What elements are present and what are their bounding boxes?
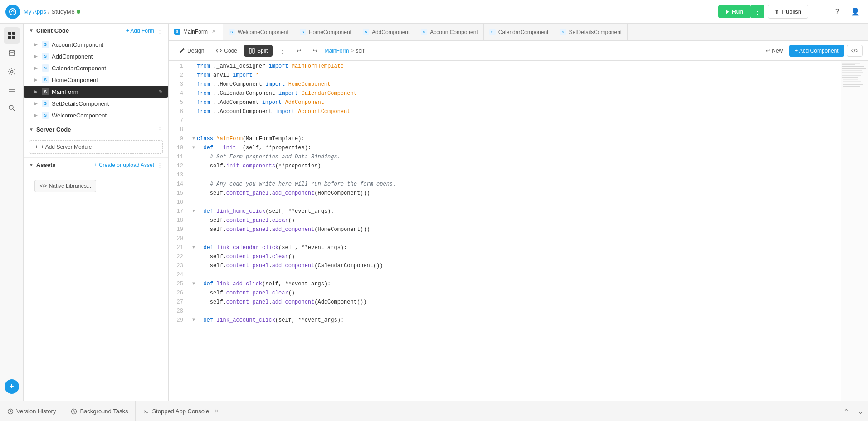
- file-item-calendar[interactable]: ▶ S CalendarComponent: [24, 62, 168, 74]
- file-name: WelcomeComponent: [52, 112, 163, 119]
- sidebar-icon-list[interactable]: [4, 82, 20, 98]
- code-line-21: ▼ def link_calendar_click(self, **event_…: [190, 243, 837, 252]
- tab-icon: S: [229, 29, 235, 35]
- split-button[interactable]: Split: [244, 45, 273, 57]
- sidebar-icon-grid[interactable]: [4, 27, 20, 44]
- fold-button[interactable]: ▼: [190, 134, 197, 143]
- run-button[interactable]: Run: [718, 5, 751, 18]
- add-server-module-label: + Add Server Module: [41, 144, 92, 150]
- assets-header[interactable]: ▼ Assets + Create or upload Asset ⋮: [24, 158, 168, 172]
- code-line-25: ▼ def link_add_click(self, **event_args)…: [190, 279, 837, 289]
- native-libraries-button[interactable]: </> Native Libraries...: [34, 180, 96, 192]
- redo-button[interactable]: ↪: [308, 45, 322, 57]
- add-form-button[interactable]: + Add Form: [126, 28, 154, 34]
- user-avatar[interactable]: 👤: [848, 5, 863, 19]
- console-close-button[interactable]: ✕: [215, 408, 219, 414]
- expand-arrow: ▶: [34, 66, 39, 70]
- svg-point-0: [10, 9, 16, 15]
- more-menu-button[interactable]: ⋮: [274, 45, 290, 57]
- tab-welcome[interactable]: S WelcomeComponent: [223, 24, 294, 41]
- code-editor[interactable]: 1234567891011121314151617181920212223242…: [169, 61, 841, 401]
- design-button[interactable]: Design: [174, 45, 209, 57]
- code-line-22: self.content_panel.clear(): [190, 252, 837, 261]
- file-item-add[interactable]: ▶ S AddComponent: [24, 50, 168, 62]
- play-icon: [726, 10, 729, 14]
- tab-label: CalendarComponent: [498, 29, 549, 35]
- bottom-tab-background-tasks[interactable]: Background Tasks: [63, 401, 136, 421]
- add-new-button[interactable]: +: [5, 379, 19, 394]
- fold-button[interactable]: ▼: [190, 279, 197, 289]
- code-line-3: from ..HomeComponent import HomeComponen…: [190, 80, 837, 89]
- svg-rect-3: [8, 36, 11, 39]
- file-name: AddComponent: [52, 53, 163, 60]
- code-line-15: self.content_panel.add_component(HomeCom…: [190, 189, 837, 198]
- bottom-expand-button[interactable]: ⌄: [853, 404, 868, 419]
- app-logo: [5, 5, 20, 19]
- editor-area: S MainForm ✕ S WelcomeComponent S HomeCo…: [169, 24, 868, 401]
- tab-label: MainForm: [183, 29, 208, 35]
- bottom-tab-version-history[interactable]: Version History: [0, 401, 63, 421]
- server-code-menu[interactable]: ⋮: [157, 126, 163, 133]
- tab-home[interactable]: S HomeComponent: [294, 24, 357, 41]
- server-code-header[interactable]: ▼ Server Code ⋮: [24, 122, 168, 137]
- bottom-tab-console[interactable]: Stopped App Console ✕: [136, 401, 226, 421]
- sidebar-icon-database[interactable]: [4, 45, 20, 62]
- editor-toolbar: Design Code Split ⋮ ↩ ↪ MainForm > self …: [169, 41, 868, 61]
- file-name: HomeComponent: [52, 77, 163, 83]
- server-code-title: Server Code: [36, 126, 154, 133]
- code-line-1: from ._anvil_designer import MainFormTem…: [190, 62, 837, 71]
- tab-setdetails[interactable]: S SetDetailsComponent: [554, 24, 628, 41]
- sidebar-icon-settings[interactable]: [4, 64, 20, 80]
- fold-button[interactable]: ▼: [190, 207, 197, 216]
- code-button[interactable]: Code: [211, 45, 242, 57]
- assets-title: Assets: [36, 162, 92, 168]
- bottom-collapse-button[interactable]: ⌃: [839, 404, 853, 419]
- toggle-code-button[interactable]: </>: [847, 45, 863, 57]
- file-item-setdetails[interactable]: ▶ S SetDetailsComponent: [24, 98, 168, 109]
- help-button[interactable]: ?: [830, 5, 844, 19]
- file-item-welcome[interactable]: ▶ S WelcomeComponent: [24, 109, 168, 121]
- client-code-header[interactable]: ▼ Client Code + Add Form ⋮: [24, 24, 168, 38]
- assets-menu[interactable]: ⋮: [157, 162, 163, 168]
- fold-button[interactable]: ▼: [190, 143, 197, 152]
- create-asset-button[interactable]: + Create or upload Asset: [94, 162, 154, 168]
- tab-account[interactable]: S AccountComponent: [415, 24, 483, 41]
- add-component-button[interactable]: + Add Component: [789, 45, 844, 57]
- sidebar-icon-search[interactable]: [4, 100, 20, 116]
- plus-icon: +: [35, 144, 38, 150]
- file-name: MainForm: [52, 88, 156, 95]
- fold-button[interactable]: ▼: [190, 243, 197, 252]
- topbar: My Apps / StudyM8 Run ⋮ ⬆ Publish ⋮ ? 👤: [0, 0, 868, 24]
- file-item-account[interactable]: ▶ S AccountComponent: [24, 39, 168, 50]
- fold-button[interactable]: ▼: [190, 316, 197, 325]
- code-line-6: from ..AccountComponent import AccountCo…: [190, 107, 837, 116]
- file-item-main[interactable]: ▶ S MainForm ✎: [24, 86, 168, 98]
- svg-rect-26: [843, 86, 860, 87]
- expand-arrow: ▶: [34, 101, 39, 106]
- undo-button[interactable]: ↩: [292, 45, 306, 57]
- svg-rect-15: [842, 63, 860, 64]
- breadcrumb-sep: /: [48, 8, 50, 15]
- tab-calendar[interactable]: S CalendarComponent: [484, 24, 555, 41]
- icon-sidebar: +: [0, 24, 24, 401]
- tab-icon: S: [489, 29, 496, 35]
- status-indicator: [77, 10, 80, 14]
- expand-arrow: ▶: [34, 42, 39, 47]
- svg-rect-17: [842, 66, 864, 67]
- server-code-section: ▼ Server Code ⋮ + + Add Server Module: [24, 122, 168, 158]
- my-apps-link[interactable]: My Apps: [24, 8, 46, 15]
- run-menu-button[interactable]: ⋮: [751, 5, 764, 18]
- version-history-label: Version History: [16, 408, 56, 415]
- bottom-icons: ⌃ ⌄: [839, 404, 868, 419]
- add-server-module-button[interactable]: + + Add Server Module: [29, 140, 163, 154]
- tab-mainform[interactable]: S MainForm ✕: [169, 24, 223, 41]
- file-item-home[interactable]: ▶ S HomeComponent: [24, 74, 168, 86]
- file-name: CalendarComponent: [52, 65, 163, 72]
- tab-add[interactable]: S AddComponent: [357, 24, 415, 41]
- client-code-menu[interactable]: ⋮: [157, 27, 163, 34]
- svg-rect-19: [842, 70, 862, 71]
- topbar-menu-button[interactable]: ⋮: [812, 5, 826, 19]
- publish-button[interactable]: ⬆ Publish: [768, 5, 808, 19]
- new-button[interactable]: ↩ New: [762, 46, 786, 56]
- tab-close-mainform[interactable]: ✕: [210, 28, 217, 35]
